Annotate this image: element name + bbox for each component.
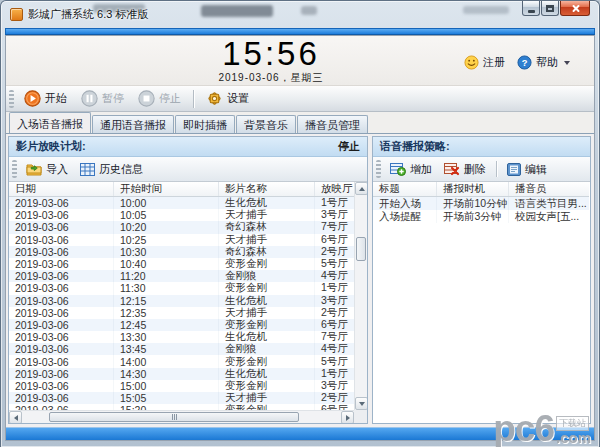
question-icon: ? xyxy=(517,55,532,70)
table-row[interactable]: 2019-03-0611:30变形金刚1号厅 xyxy=(9,282,354,294)
import-button[interactable]: 导入 xyxy=(20,160,74,179)
column-header[interactable]: 播报时机 xyxy=(437,182,509,196)
table-row[interactable]: 2019-03-0612:35天才捕手2号厅 xyxy=(9,307,354,319)
schedule-table: 日期开始时间影片名称放映厅 2019-03-0610:00生化危机1号厅2019… xyxy=(9,182,367,423)
scroll-left-button[interactable] xyxy=(9,411,22,423)
horizontal-scrollbar[interactable] xyxy=(9,410,354,423)
table-row[interactable]: 2019-03-0610:25天才捕手6号厅 xyxy=(9,234,354,246)
close-icon xyxy=(571,4,580,13)
table-cell: 2019-03-06 xyxy=(9,331,114,343)
table-row[interactable]: 入场提醒开场前3分钟校园女声[五... xyxy=(373,210,589,223)
window-controls xyxy=(522,1,590,16)
table-cell: 2019-03-06 xyxy=(9,246,114,258)
table-row[interactable]: 2019-03-0614:30生化危机1号厅 xyxy=(9,368,354,380)
edit-pad-icon xyxy=(507,163,521,176)
tab-1[interactable]: 入场语音播报 xyxy=(9,112,91,133)
tab-2[interactable]: 通用语音播报 xyxy=(92,115,174,133)
minimize-icon xyxy=(528,10,535,13)
tab-4[interactable]: 背景音乐 xyxy=(236,115,296,133)
date-display: 2019-03-06，星期三 xyxy=(166,71,376,85)
schedule-panel-header: 影片放映计划: 停止 xyxy=(9,137,367,157)
settings-button[interactable]: 设置 xyxy=(199,87,256,110)
table-cell: 13:45 xyxy=(114,343,219,355)
schedule-table-header: 日期开始时间影片名称放映厅 xyxy=(9,182,354,197)
schedule-toolbar: 导入 历史信息 xyxy=(9,157,367,182)
table-row[interactable]: 2019-03-0610:20奇幻森林7号厅 xyxy=(9,221,354,233)
column-header[interactable]: 播音员 xyxy=(509,182,589,196)
table-cell: 2019-03-06 xyxy=(9,392,114,404)
column-header[interactable]: 影片名称 xyxy=(219,182,315,196)
schedule-table-rows: 2019-03-0610:00生化危机1号厅2019-03-0610:05天才捕… xyxy=(9,197,354,410)
vertical-scrollbar[interactable] xyxy=(354,182,367,410)
column-header[interactable]: 开始时间 xyxy=(114,182,219,196)
pause-icon xyxy=(81,90,98,107)
scroll-down-button[interactable] xyxy=(355,397,367,410)
tab-3[interactable]: 即时插播 xyxy=(175,115,235,133)
close-button[interactable] xyxy=(560,1,590,16)
scroll-up-button[interactable] xyxy=(355,182,367,195)
table-row[interactable]: 2019-03-0613:45金刚狼4号厅 xyxy=(9,343,354,355)
table-row[interactable]: 2019-03-0615:05天才捕手2号厅 xyxy=(9,392,354,404)
table-cell: 2019-03-06 xyxy=(9,380,114,392)
history-grid-icon xyxy=(80,163,95,176)
folder-import-icon xyxy=(26,162,42,176)
start-button[interactable]: 开始 xyxy=(17,87,74,110)
delete-button[interactable]: 删除 xyxy=(438,160,492,179)
table-row[interactable]: 2019-03-0610:30奇幻森林2号厅 xyxy=(9,246,354,258)
horizontal-scroll-thumb[interactable] xyxy=(49,412,299,422)
table-cell: 10:40 xyxy=(114,258,219,270)
table-row[interactable]: 开始入场开场前10分钟语言类节目男... xyxy=(373,197,589,210)
toolbar-grip[interactable] xyxy=(12,160,17,178)
table-row[interactable]: 2019-03-0610:40变形金刚5号厅 xyxy=(9,258,354,270)
column-header[interactable]: 标题 xyxy=(373,182,437,196)
help-button[interactable]: ? 帮助 xyxy=(517,55,570,70)
table-row[interactable]: 2019-03-0614:00变形金刚5号厅 xyxy=(9,355,354,367)
table-cell: 2019-03-06 xyxy=(9,258,114,270)
column-header[interactable]: 放映厅 xyxy=(315,182,354,196)
help-label: 帮助 xyxy=(536,55,558,70)
toolbar-separator xyxy=(193,90,194,108)
table-cell: 14:30 xyxy=(114,368,219,380)
table-cell: 15:05 xyxy=(114,392,219,404)
clock-header: 15:56 2019-03-06，星期三 注册 ? 帮助 xyxy=(6,36,594,86)
clock-display: 15:56 xyxy=(166,37,376,71)
app-window: 影城广播系统 6.3 标准版 15:56 2019-03-06，星期三 注册 xyxy=(0,0,600,447)
tab-5[interactable]: 播音员管理 xyxy=(297,115,368,133)
schedule-panel-title: 影片放映计划: xyxy=(16,139,86,154)
scroll-right-button[interactable] xyxy=(341,411,354,423)
table-cell: 2019-03-06 xyxy=(9,319,114,331)
arrow-up-icon xyxy=(359,187,365,191)
add-grid-icon xyxy=(390,162,406,176)
table-cell: 变形金刚 xyxy=(219,380,315,392)
stop-button[interactable]: 停止 xyxy=(131,87,188,110)
maximize-button[interactable] xyxy=(541,1,559,16)
column-header[interactable]: 日期 xyxy=(9,182,114,196)
table-row[interactable]: 2019-03-0613:30生化危机7号厅 xyxy=(9,331,354,343)
strategy-table: 标题播报时机播音员 开始入场开场前10分钟语言类节目男...入场提醒开场前3分钟… xyxy=(373,182,590,423)
table-row[interactable]: 2019-03-0612:45变形金刚6号厅 xyxy=(9,319,354,331)
pause-button[interactable]: 暂停 xyxy=(74,87,131,110)
arrow-down-icon xyxy=(359,402,365,406)
table-row[interactable]: 2019-03-0615:00变形金刚3号厅 xyxy=(9,380,354,392)
table-cell: 12:35 xyxy=(114,307,219,319)
settings-label: 设置 xyxy=(227,91,249,106)
toolbar-grip[interactable] xyxy=(376,160,381,178)
table-cell: 2019-03-06 xyxy=(9,295,114,307)
history-button[interactable]: 历史信息 xyxy=(74,160,149,179)
table-row[interactable]: 2019-03-0611:20金刚狼4号厅 xyxy=(9,270,354,282)
minimize-button[interactable] xyxy=(522,1,540,16)
add-button[interactable]: 增加 xyxy=(384,160,438,179)
register-button[interactable]: 注册 xyxy=(464,55,505,70)
edit-button[interactable]: 编辑 xyxy=(501,160,553,179)
table-cell: 入场提醒 xyxy=(373,210,437,223)
toolbar-grip[interactable] xyxy=(9,90,14,108)
desktop-blur-artifact xyxy=(201,5,273,17)
strategy-panel: 语音播报策略: 增加 删除 xyxy=(372,136,591,424)
table-row[interactable]: 2019-03-0610:05天才捕手3号厅 xyxy=(9,209,354,221)
table-row[interactable]: 2019-03-0610:00生化危机1号厅 xyxy=(9,197,354,209)
vertical-scroll-thumb[interactable] xyxy=(356,237,366,261)
toolbar-separator xyxy=(496,161,497,177)
title-bar[interactable]: 影城广播系统 6.3 标准版 xyxy=(1,1,599,28)
table-row[interactable]: 2019-03-0612:15生化危机3号厅 xyxy=(9,295,354,307)
table-cell: 7号厅 xyxy=(315,331,354,343)
